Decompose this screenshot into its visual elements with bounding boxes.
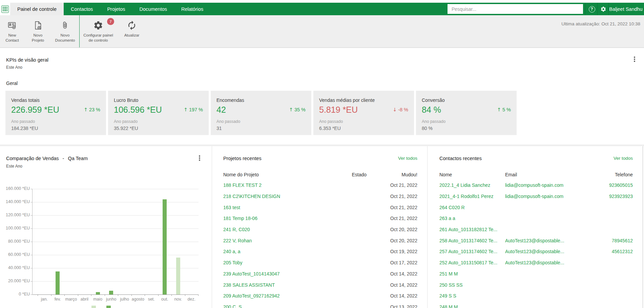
project-name-link[interactable]: 238 SALES ASSISTANT xyxy=(223,282,323,288)
search-input[interactable] xyxy=(448,4,583,14)
tab-relatórios[interactable]: Relatórios xyxy=(174,3,210,15)
contact-name-link[interactable]: 248 M M xyxy=(439,304,505,308)
contact-name-link[interactable]: 251 M M xyxy=(439,271,505,277)
x-axis-tick xyxy=(64,294,65,296)
new-document-icon xyxy=(60,20,70,30)
y-axis-tick xyxy=(30,228,33,229)
contact-phone[interactable]: 923923923 xyxy=(589,194,633,199)
settings-gear-icon[interactable] xyxy=(600,5,607,13)
configure-dashboard-icon xyxy=(93,20,103,30)
kpi-card-change: ↑197 % xyxy=(184,107,203,112)
legend-swatch-dark xyxy=(106,306,111,308)
kpi-panel-menu-kebab-icon[interactable] xyxy=(632,56,637,62)
kpi-card-value: 42 xyxy=(216,105,226,115)
kpi-card-change: ↑23 % xyxy=(84,107,100,112)
contact-email-link[interactable]: lidia@compusoft-spain.com xyxy=(505,182,589,188)
y-axis-tick xyxy=(30,242,33,242)
configurar-painel-de-controlo-button[interactable]: Configurar painelde controlo7 xyxy=(80,15,116,47)
y-axis-label: 80.000 *EU xyxy=(1,239,30,244)
project-name-link[interactable]: 241 R, C020 xyxy=(223,227,323,232)
project-changed-date: Oct 21, 2022 xyxy=(367,194,417,199)
col-nome: Nome xyxy=(439,172,505,177)
trend-up-arrow-icon: ↑ xyxy=(497,107,501,112)
project-name-link[interactable]: 163 test xyxy=(223,205,323,210)
app-logo[interactable] xyxy=(0,3,10,15)
y-axis-tick xyxy=(30,189,33,189)
contact-name-link[interactable]: 258 Auto_1013174602 Te... xyxy=(439,238,505,243)
help-icon[interactable]: ? xyxy=(588,5,596,13)
project-name-link[interactable]: 239 AutoTest_1014143047 xyxy=(223,271,323,277)
contact-name-link[interactable]: 252 Auto_1013150817 Te... xyxy=(439,260,505,265)
contact-email-link[interactable]: AutoTest123@dispostable... xyxy=(505,249,589,254)
gridline xyxy=(33,215,199,216)
contacts-view-all-link[interactable]: Ver todos xyxy=(614,156,633,161)
tab-documentos[interactable]: Documentos xyxy=(132,3,174,15)
project-name-link[interactable]: 209 AutoTest_0927162942 xyxy=(223,293,323,299)
project-name-link[interactable]: 205 Toby xyxy=(223,260,323,265)
project-row: 239 AutoTest_1014143047Oct 14, 2022 xyxy=(223,268,417,280)
kpi-card-value: 5.819 *EU xyxy=(319,105,358,115)
tab-contactos[interactable]: Contactos xyxy=(64,3,100,15)
project-name-link[interactable]: 218 C2\KITCHEN DESIGN xyxy=(223,194,323,199)
kpi-card-title: Vendas totais xyxy=(11,97,40,103)
y-axis-tick xyxy=(30,281,33,282)
contact-phone[interactable]: 923605015 xyxy=(589,182,633,188)
kpi-card-change: ↑35 % xyxy=(289,107,306,112)
contact-row: 251 M M xyxy=(439,268,633,280)
contact-name-link[interactable]: 249 S S xyxy=(439,293,505,299)
kpi-change-value: 23 % xyxy=(89,107,100,112)
col-mudou: Mudou! xyxy=(367,172,417,177)
user-menu[interactable]: Baljeet Sandhu xyxy=(610,3,642,15)
contact-name-link[interactable]: 257 Auto_1013174602 Te... xyxy=(439,249,505,254)
project-name-link[interactable]: 188 FLEX TEST 2 xyxy=(223,182,323,188)
kpi-card-value: 106.596 *EU xyxy=(114,105,162,115)
atualizar-button[interactable]: Atualizar xyxy=(116,15,147,47)
col-email: Email xyxy=(505,172,589,177)
x-axis-tick xyxy=(105,294,105,296)
contact-name-link[interactable]: 264 C020 R xyxy=(439,205,505,210)
kpi-previous-label: Ano passado xyxy=(11,119,35,124)
project-name-link[interactable]: 200 C, S xyxy=(223,304,323,308)
contact-phone[interactable]: 78945612 xyxy=(589,238,633,243)
project-changed-date: Oct 17, 2022 xyxy=(367,260,417,265)
contact-name-link[interactable]: 2022.1_4 Lidia Sanchez xyxy=(439,182,505,188)
kpi-card-vendas-totais: Vendas totais226.959 *EU↑23 %Ano passado… xyxy=(5,91,106,135)
contact-name-link[interactable]: 261 Auto_1013182812 Te... xyxy=(439,227,505,232)
project-name-link[interactable]: 240 a, a xyxy=(223,249,323,254)
y-axis-label: 20.000 *EU xyxy=(1,279,30,283)
contact-email-link[interactable]: AutoTest123@dispostable... xyxy=(505,260,589,265)
projects-view-all-link[interactable]: Ver todos xyxy=(398,156,417,161)
contact-phone[interactable]: 45612312 xyxy=(589,249,633,254)
contact-email-link[interactable]: AutoTest123@dispostable... xyxy=(505,238,589,243)
new-contact-button[interactable]: NewContact xyxy=(0,15,24,47)
kpi-previous-label: Ano passado xyxy=(216,119,240,124)
contact-name-link[interactable]: 250 SS SS xyxy=(439,282,505,288)
novo-projeto-button[interactable]: NovoProjeto xyxy=(24,15,51,47)
col-estado: Estado xyxy=(323,172,367,177)
contact-name-link[interactable]: 2021_4-1 Rodolfo1 Perez xyxy=(439,194,505,199)
contact-email-link[interactable]: lidia@compusoft-spain.com xyxy=(505,194,589,199)
project-name-link[interactable]: 222 V, Rohan xyxy=(223,238,323,243)
contact-name-link[interactable]: 263 a a xyxy=(439,216,505,221)
nav-separator xyxy=(608,3,609,15)
y-axis-tick xyxy=(30,202,33,202)
trend-up-arrow-icon: ↑ xyxy=(184,107,188,112)
novo-documento-button[interactable]: NovoDocumento xyxy=(51,15,79,47)
kpi-panel-title: KPIs de visão geral xyxy=(6,57,48,63)
sales-chart-subtitle: Este Ano xyxy=(6,164,22,169)
project-row: 163 testOct 21, 2022 xyxy=(223,202,417,213)
dashboard-widgets: Comparação de Vendas-Qa Team Este Ano 0 … xyxy=(0,146,644,308)
project-name-link[interactable]: 181 Temp 18-06 xyxy=(223,216,323,221)
project-changed-date: Oct 14, 2022 xyxy=(367,271,417,277)
tab-painel-de-controle[interactable]: Painel de controle xyxy=(10,3,64,15)
tab-projetos[interactable]: Projetos xyxy=(100,3,132,15)
kpi-previous-value: 6.353 *EU xyxy=(319,126,341,131)
projects-panel-title: Projetos recentes xyxy=(223,156,262,161)
contacts-table-rows: 2022.1_4 Lidia Sanchezlidia@compusoft-sp… xyxy=(439,180,633,308)
toolbar: NewContactNovoProjetoNovoDocumentoConfig… xyxy=(0,15,644,48)
scrollbar-track[interactable] xyxy=(643,146,643,308)
sales-chart-menu-kebab-icon[interactable] xyxy=(197,155,202,161)
contact-row: 252 Auto_1013150817 Te...AutoTest123@dis… xyxy=(439,257,633,268)
toolbar-button-label: Configurar painelde controlo xyxy=(83,33,113,43)
y-axis-tick xyxy=(30,255,33,255)
